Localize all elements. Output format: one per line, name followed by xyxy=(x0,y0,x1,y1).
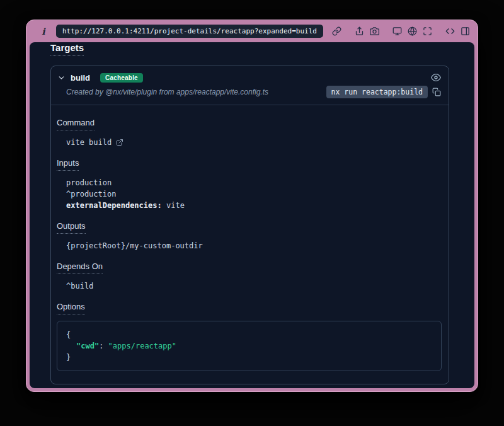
depends-on-section: Depends On ^build xyxy=(57,260,442,292)
target-name-build: build xyxy=(71,73,90,83)
json-value: "apps/reactapp" xyxy=(108,342,176,350)
page-content: Targets build Cacheable Created by @nx/v… xyxy=(30,42,474,388)
camera-icon[interactable] xyxy=(370,26,379,36)
options-json-block: { "cwd": "apps/reactapp" } xyxy=(57,321,442,371)
toolbar-actions xyxy=(355,26,470,36)
json-key: "cwd" xyxy=(76,342,99,350)
outputs-heading: Outputs xyxy=(57,221,86,234)
created-by-text: Created by @nx/vite/plugin from apps/rea… xyxy=(66,88,268,96)
browser-toolbar: i http://127.0.0.1:4211/project-details/… xyxy=(26,20,478,42)
command-value: vite build xyxy=(66,137,112,148)
copy-icon[interactable] xyxy=(432,88,441,96)
options-heading: Options xyxy=(57,302,85,314)
page-title: Targets xyxy=(50,42,84,56)
input-item: ^production xyxy=(57,188,442,200)
depends-on-item: ^build xyxy=(57,280,442,292)
share-icon[interactable] xyxy=(355,26,364,36)
monitor-icon[interactable] xyxy=(392,26,402,36)
sidebar-icon[interactable] xyxy=(461,26,470,36)
fullscreen-icon[interactable] xyxy=(423,26,432,36)
options-section: Options { "cwd": "apps/reactapp" } xyxy=(57,301,442,371)
browser-window: i http://127.0.0.1:4211/project-details/… xyxy=(26,20,478,392)
eye-icon[interactable] xyxy=(431,72,441,83)
url-bar[interactable]: http://127.0.0.1:4211/project-details/re… xyxy=(56,25,323,38)
external-link-icon[interactable] xyxy=(116,139,123,146)
json-close-brace: } xyxy=(66,352,432,363)
json-open-brace: { xyxy=(66,329,432,340)
globe-icon[interactable] xyxy=(408,26,417,36)
chevron-down-icon[interactable] xyxy=(57,74,66,82)
build-card-header[interactable]: build Cacheable xyxy=(51,66,449,84)
outputs-section: Outputs {projectRoot}/my-custom-outdir xyxy=(57,220,442,251)
page-info-icon[interactable]: i xyxy=(39,26,48,37)
inputs-section: Inputs production ^production externalDe… xyxy=(57,157,442,211)
input-item-external-deps: externalDependencies: vite xyxy=(57,200,442,211)
link-icon[interactable] xyxy=(332,26,341,36)
inputs-heading: Inputs xyxy=(57,158,79,171)
code-icon[interactable] xyxy=(445,26,455,36)
input-item: production xyxy=(57,177,442,188)
command-heading: Command xyxy=(57,118,94,130)
cacheable-badge: Cacheable xyxy=(100,73,143,83)
target-card-build: build Cacheable Created by @nx/vite/plug… xyxy=(50,66,449,384)
run-command-chip: nx run reactapp:build xyxy=(326,86,428,98)
command-section: Command vite build xyxy=(57,117,442,148)
json-line-cwd: "cwd": "apps/reactapp" xyxy=(66,340,432,352)
output-item: {projectRoot}/my-custom-outdir xyxy=(57,240,442,251)
depends-on-heading: Depends On xyxy=(57,262,103,274)
